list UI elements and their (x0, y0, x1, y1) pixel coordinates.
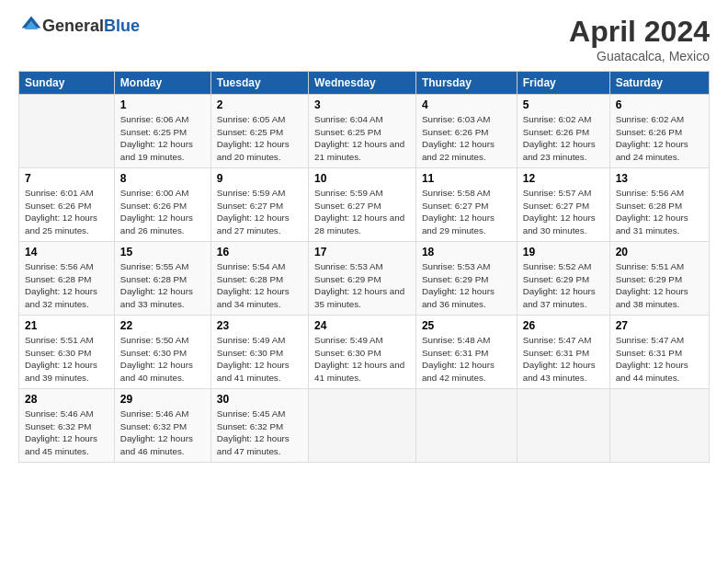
day-number: 29 (120, 393, 205, 406)
day-number: 30 (217, 393, 302, 406)
day-number: 8 (120, 172, 205, 185)
day-number: 23 (217, 319, 302, 332)
cell-info: Sunrise: 5:58 AMSunset: 6:27 PMDaylight:… (422, 187, 511, 237)
day-number: 21 (25, 319, 108, 332)
cell-info: Sunrise: 5:50 AMSunset: 6:30 PMDaylight:… (120, 334, 205, 385)
calendar-cell: 30Sunrise: 5:45 AMSunset: 6:32 PMDayligh… (210, 389, 308, 463)
cell-info: Sunrise: 5:51 AMSunset: 6:29 PMDaylight:… (616, 260, 703, 311)
cell-info: Sunrise: 6:04 AMSunset: 6:25 PMDaylight:… (314, 113, 410, 164)
title-block: April 2024 Guatacalca, Mexico (569, 15, 710, 63)
cell-info: Sunrise: 5:52 AMSunset: 6:29 PMDaylight:… (523, 260, 604, 311)
cell-info: Sunrise: 5:55 AMSunset: 6:28 PMDaylight:… (120, 260, 205, 311)
day-number: 24 (314, 319, 410, 332)
calendar-cell: 10Sunrise: 5:59 AMSunset: 6:27 PMDayligh… (309, 168, 416, 242)
page-container: GeneralBlue April 2024 Guatacalca, Mexic… (0, 0, 728, 472)
day-number: 4 (422, 98, 511, 111)
header-day-monday: Monday (114, 72, 210, 95)
day-number: 17 (314, 246, 410, 259)
calendar-cell: 3Sunrise: 6:04 AMSunset: 6:25 PMDaylight… (309, 95, 416, 168)
cell-info: Sunrise: 5:47 AMSunset: 6:31 PMDaylight:… (523, 334, 604, 385)
day-number: 10 (314, 172, 410, 185)
cell-info: Sunrise: 5:59 AMSunset: 6:27 PMDaylight:… (217, 187, 302, 237)
day-number: 12 (523, 172, 604, 185)
header-day-friday: Friday (517, 72, 609, 95)
day-number: 25 (422, 319, 511, 332)
calendar-cell: 27Sunrise: 5:47 AMSunset: 6:31 PMDayligh… (609, 316, 709, 389)
day-number: 9 (217, 172, 302, 185)
calendar-cell: 26Sunrise: 5:47 AMSunset: 6:31 PMDayligh… (517, 316, 609, 389)
calendar-cell: 9Sunrise: 5:59 AMSunset: 6:27 PMDaylight… (210, 168, 308, 242)
calendar-cell: 29Sunrise: 5:46 AMSunset: 6:32 PMDayligh… (114, 389, 210, 463)
calendar-cell: 18Sunrise: 5:53 AMSunset: 6:29 PMDayligh… (415, 242, 517, 316)
week-row-5: 28Sunrise: 5:46 AMSunset: 6:32 PMDayligh… (19, 389, 710, 463)
cell-info: Sunrise: 5:45 AMSunset: 6:32 PMDaylight:… (217, 408, 302, 458)
day-number: 5 (523, 98, 604, 111)
week-row-2: 7Sunrise: 6:01 AMSunset: 6:26 PMDaylight… (19, 168, 710, 242)
day-number: 15 (120, 246, 205, 259)
day-number: 28 (25, 393, 108, 406)
calendar-cell: 5Sunrise: 6:02 AMSunset: 6:26 PMDaylight… (517, 95, 609, 168)
calendar-cell (609, 389, 709, 463)
cell-info: Sunrise: 5:56 AMSunset: 6:28 PMDaylight:… (616, 187, 703, 237)
cell-info: Sunrise: 6:02 AMSunset: 6:26 PMDaylight:… (523, 113, 604, 164)
day-number: 26 (523, 319, 604, 332)
cell-info: Sunrise: 5:54 AMSunset: 6:28 PMDaylight:… (217, 260, 302, 311)
day-number: 7 (25, 172, 108, 185)
calendar-cell: 23Sunrise: 5:49 AMSunset: 6:30 PMDayligh… (210, 316, 308, 389)
calendar-cell: 25Sunrise: 5:48 AMSunset: 6:31 PMDayligh… (415, 316, 517, 389)
calendar-cell: 1Sunrise: 6:06 AMSunset: 6:25 PMDaylight… (114, 95, 210, 168)
calendar-cell: 22Sunrise: 5:50 AMSunset: 6:30 PMDayligh… (114, 316, 210, 389)
day-number: 16 (217, 246, 302, 259)
week-row-3: 14Sunrise: 5:56 AMSunset: 6:28 PMDayligh… (19, 242, 710, 316)
calendar-cell: 14Sunrise: 5:56 AMSunset: 6:28 PMDayligh… (19, 242, 115, 316)
calendar-cell (517, 389, 609, 463)
logo-icon (20, 15, 42, 37)
cell-info: Sunrise: 5:46 AMSunset: 6:32 PMDaylight:… (120, 408, 205, 458)
calendar-cell: 28Sunrise: 5:46 AMSunset: 6:32 PMDayligh… (19, 389, 115, 463)
calendar-table: SundayMondayTuesdayWednesdayThursdayFrid… (18, 71, 710, 463)
cell-info: Sunrise: 6:00 AMSunset: 6:26 PMDaylight:… (120, 187, 205, 237)
day-number: 22 (120, 319, 205, 332)
logo-general: General (42, 17, 104, 35)
day-number: 11 (422, 172, 511, 185)
month-year: April 2024 (569, 15, 710, 49)
day-number: 19 (523, 246, 604, 259)
location: Guatacalca, Mexico (569, 49, 710, 63)
day-number: 6 (616, 98, 703, 111)
cell-info: Sunrise: 5:51 AMSunset: 6:30 PMDaylight:… (25, 334, 108, 385)
calendar-cell: 11Sunrise: 5:58 AMSunset: 6:27 PMDayligh… (415, 168, 517, 242)
calendar-cell (309, 389, 416, 463)
cell-info: Sunrise: 5:48 AMSunset: 6:31 PMDaylight:… (422, 334, 511, 385)
week-row-4: 21Sunrise: 5:51 AMSunset: 6:30 PMDayligh… (19, 316, 710, 389)
calendar-cell: 12Sunrise: 5:57 AMSunset: 6:27 PMDayligh… (517, 168, 609, 242)
cell-info: Sunrise: 5:59 AMSunset: 6:27 PMDaylight:… (314, 187, 410, 237)
header-day-saturday: Saturday (609, 72, 709, 95)
cell-info: Sunrise: 6:02 AMSunset: 6:26 PMDaylight:… (616, 113, 703, 164)
calendar-cell: 7Sunrise: 6:01 AMSunset: 6:26 PMDaylight… (19, 168, 115, 242)
calendar-cell: 17Sunrise: 5:53 AMSunset: 6:29 PMDayligh… (309, 242, 416, 316)
calendar-cell: 2Sunrise: 6:05 AMSunset: 6:25 PMDaylight… (210, 95, 308, 168)
day-number: 13 (616, 172, 703, 185)
cell-info: Sunrise: 5:53 AMSunset: 6:29 PMDaylight:… (422, 260, 511, 311)
calendar-cell: 6Sunrise: 6:02 AMSunset: 6:26 PMDaylight… (609, 95, 709, 168)
calendar-cell: 15Sunrise: 5:55 AMSunset: 6:28 PMDayligh… (114, 242, 210, 316)
day-number: 3 (314, 98, 410, 111)
header-day-thursday: Thursday (415, 72, 517, 95)
cell-info: Sunrise: 6:01 AMSunset: 6:26 PMDaylight:… (25, 187, 108, 237)
calendar-cell: 16Sunrise: 5:54 AMSunset: 6:28 PMDayligh… (210, 242, 308, 316)
day-number: 2 (217, 98, 302, 111)
calendar-cell: 19Sunrise: 5:52 AMSunset: 6:29 PMDayligh… (517, 242, 609, 316)
calendar-cell: 13Sunrise: 5:56 AMSunset: 6:28 PMDayligh… (609, 168, 709, 242)
calendar-cell: 24Sunrise: 5:49 AMSunset: 6:30 PMDayligh… (309, 316, 416, 389)
header: GeneralBlue April 2024 Guatacalca, Mexic… (18, 15, 710, 63)
week-row-1: 1Sunrise: 6:06 AMSunset: 6:25 PMDaylight… (19, 95, 710, 168)
day-number: 18 (422, 246, 511, 259)
cell-info: Sunrise: 5:47 AMSunset: 6:31 PMDaylight:… (616, 334, 703, 385)
cell-info: Sunrise: 5:53 AMSunset: 6:29 PMDaylight:… (314, 260, 410, 311)
cell-info: Sunrise: 6:06 AMSunset: 6:25 PMDaylight:… (120, 113, 205, 164)
day-number: 14 (25, 246, 108, 259)
calendar-cell (415, 389, 517, 463)
calendar-cell: 20Sunrise: 5:51 AMSunset: 6:29 PMDayligh… (609, 242, 709, 316)
cell-info: Sunrise: 5:49 AMSunset: 6:30 PMDaylight:… (217, 334, 302, 385)
day-number: 20 (616, 246, 703, 259)
